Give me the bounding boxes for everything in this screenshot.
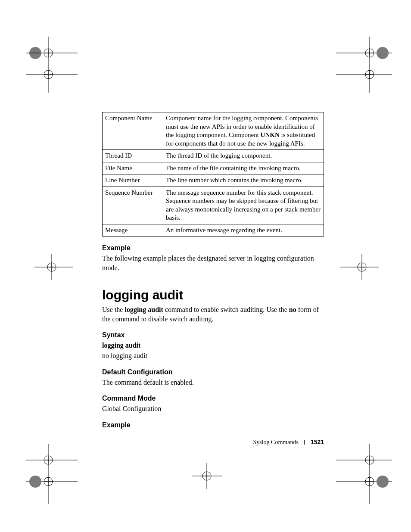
section-heading-syntax: Syntax <box>102 331 324 339</box>
crop-mark-icon <box>192 463 222 489</box>
def-key: Component Name <box>103 112 163 150</box>
footer-section: Syslog Commands <box>253 439 298 445</box>
def-val: Component name for the logging component… <box>163 112 324 150</box>
table-row: Message An informative message regarding… <box>103 224 324 236</box>
syntax-line: no logging audit <box>102 351 324 361</box>
def-val: The line number which contains the invok… <box>163 174 324 187</box>
def-key: Message <box>103 224 163 236</box>
crop-mark-icon <box>26 37 82 93</box>
definitions-table: Component Name Component name for the lo… <box>102 112 324 236</box>
footer-separator <box>304 440 305 445</box>
section-body: The following example places the designa… <box>102 254 324 272</box>
def-val: An informative message regarding the eve… <box>163 224 324 236</box>
def-val: The name of the file containing the invo… <box>163 162 324 174</box>
crop-mark-icon <box>34 254 73 280</box>
def-key: Thread ID <box>103 150 163 162</box>
command-description: Use the logging audit command to enable … <box>102 305 324 324</box>
crop-mark-icon <box>327 37 392 93</box>
crop-mark-icon <box>26 444 82 504</box>
table-row: Line Number The line number which contai… <box>103 174 324 187</box>
table-row: Sequence Number The message sequence num… <box>103 187 324 224</box>
svg-point-44 <box>29 476 41 488</box>
section-heading-default-config: Default Configuration <box>102 368 324 376</box>
section-heading-example: Example <box>102 244 324 252</box>
svg-point-15 <box>377 47 389 59</box>
section-body: Global Configuration <box>102 404 324 414</box>
def-val: The message sequence number for this sta… <box>163 187 324 224</box>
def-key: File Name <box>103 162 163 174</box>
section-heading-example: Example <box>102 421 324 429</box>
table-row: Thread ID The thread ID of the logging c… <box>103 150 324 162</box>
table-row: Component Name Component name for the lo… <box>103 112 324 150</box>
table-row: File Name The name of the file containin… <box>103 162 324 174</box>
syntax-line: logging audit <box>102 341 324 350</box>
page-content: Component Name Component name for the lo… <box>102 112 324 431</box>
svg-point-54 <box>377 476 389 488</box>
def-key: Line Number <box>103 174 163 187</box>
page-footer: Syslog Commands 1521 <box>102 439 324 446</box>
command-title: logging audit <box>102 288 324 302</box>
page-number: 1521 <box>311 439 324 445</box>
def-val: The thread ID of the logging component. <box>163 150 324 162</box>
section-heading-command-mode: Command Mode <box>102 395 324 402</box>
crop-mark-icon <box>340 254 379 280</box>
crop-mark-icon <box>327 444 392 504</box>
section-body: The command default is enabled. <box>102 378 324 387</box>
def-key: Sequence Number <box>103 187 163 224</box>
